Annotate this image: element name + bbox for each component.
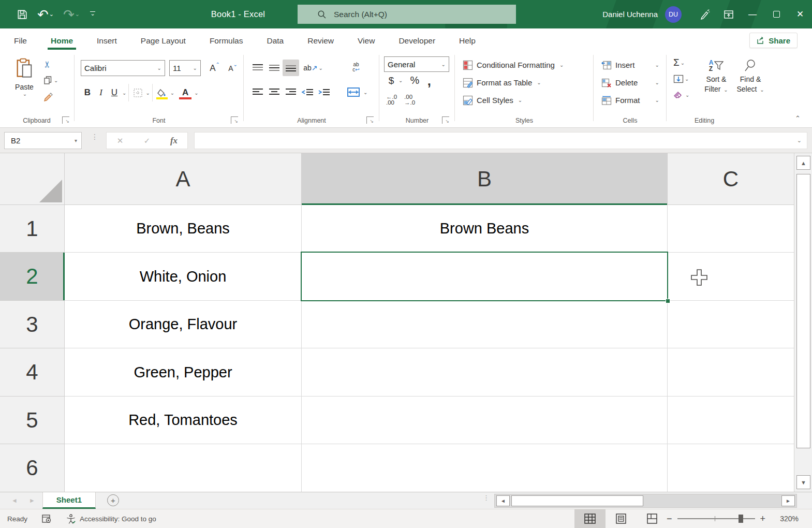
top-align-button[interactable] xyxy=(249,60,266,76)
alignment-dialog-launcher[interactable]: ↘ xyxy=(366,116,374,124)
percent-style-button[interactable]: % xyxy=(407,75,422,86)
cell-A6[interactable] xyxy=(65,444,302,492)
number-dialog-launcher[interactable]: ↘ xyxy=(442,116,449,124)
bottom-align-button[interactable] xyxy=(283,60,299,76)
row-header-4[interactable]: 4 xyxy=(0,348,65,397)
cell-B6[interactable] xyxy=(302,444,668,492)
tab-help[interactable]: Help xyxy=(458,31,477,50)
coming-soon-button[interactable] xyxy=(693,0,717,28)
horizontal-scrollbar[interactable]: ◄ ► xyxy=(494,494,797,508)
italic-button[interactable]: I xyxy=(94,85,108,100)
formula-bar-drag-handle[interactable]: ⋮ xyxy=(91,135,98,139)
cell-A3[interactable]: Orange, Flavour xyxy=(65,301,302,348)
cell-C3[interactable] xyxy=(668,301,794,348)
decrease-indent-button[interactable] xyxy=(299,84,316,100)
decrease-decimal-button[interactable]: .00 →.0 xyxy=(404,94,415,106)
close-button[interactable]: ✕ xyxy=(788,0,812,28)
select-all-button[interactable] xyxy=(0,153,65,205)
tab-home[interactable]: Home xyxy=(50,31,74,50)
format-cells-button[interactable]: Format ⌄ xyxy=(601,92,659,108)
increase-indent-button[interactable] xyxy=(316,84,332,100)
middle-align-button[interactable] xyxy=(266,60,283,76)
avatar[interactable]: DU xyxy=(665,6,682,23)
tab-review[interactable]: Review xyxy=(306,31,335,50)
font-name-combobox[interactable]: Calibri⌄ xyxy=(81,60,165,76)
underline-button[interactable]: U xyxy=(108,85,121,100)
sheetbar-splitter-handle[interactable]: ⋮ xyxy=(483,496,490,500)
cut-button[interactable]: ✂ xyxy=(43,59,51,70)
row-header-5[interactable]: 5 xyxy=(0,397,65,444)
merge-center-dropdown[interactable]: ⌄ xyxy=(363,90,367,95)
cell-A1[interactable]: Brown, Beans xyxy=(65,205,302,253)
cell-A5[interactable]: Red, Tomantoes xyxy=(65,397,302,444)
row-header-3[interactable]: 3 xyxy=(0,301,65,348)
cell-A2[interactable]: White, Onion xyxy=(65,253,302,301)
font-color-dropdown[interactable]: ⌄ xyxy=(194,90,198,96)
customize-quick-access-toolbar-button[interactable]: ⌄ xyxy=(86,4,99,25)
vertical-scrollbar-thumb[interactable] xyxy=(796,174,810,448)
cell-C6[interactable] xyxy=(668,444,794,492)
fill-button[interactable]: ⌄ xyxy=(673,72,689,85)
paste-button[interactable]: Paste ⌄ xyxy=(9,58,39,110)
search-input[interactable]: Search (Alt+Q) xyxy=(298,5,516,24)
wrap-text-button[interactable]: ab c↩ xyxy=(347,57,365,78)
format-as-table-button[interactable]: Format as Table ⌄ xyxy=(463,75,541,91)
undo-button[interactable]: ↶⌄ xyxy=(34,4,57,25)
tab-data[interactable]: Data xyxy=(265,31,285,50)
vertical-scrollbar[interactable]: ▲ ▼ xyxy=(794,153,812,492)
normal-view-button[interactable] xyxy=(574,509,606,528)
cell-B3[interactable] xyxy=(302,301,668,348)
merge-and-center-button[interactable] xyxy=(345,84,362,100)
tab-file[interactable]: File xyxy=(13,31,28,50)
font-dialog-launcher[interactable]: ↘ xyxy=(231,116,238,124)
align-left-button[interactable] xyxy=(249,84,266,100)
scroll-right-button[interactable]: ► xyxy=(781,495,795,506)
sheet-tab-sheet1[interactable]: Sheet1 xyxy=(42,492,96,509)
tab-developer[interactable]: Developer xyxy=(397,31,436,50)
font-size-combobox[interactable]: 11⌄ xyxy=(169,60,201,76)
previous-sheet-button[interactable]: ◄ xyxy=(11,497,18,504)
sort-filter-button[interactable]: AZ Sort & Filter ⌄ xyxy=(700,57,732,95)
borders-button[interactable] xyxy=(131,85,144,100)
collapse-ribbon-button[interactable]: ⌃ xyxy=(795,114,801,122)
fill-color-button[interactable] xyxy=(155,85,169,100)
page-break-preview-button[interactable] xyxy=(637,509,668,528)
accessibility-status[interactable]: Accessibility: Good to go xyxy=(59,509,164,528)
align-center-button[interactable] xyxy=(266,84,283,100)
column-header-B[interactable]: B xyxy=(302,153,668,205)
save-button[interactable] xyxy=(13,4,31,25)
cell-B2[interactable] xyxy=(302,253,668,301)
maximize-button[interactable] xyxy=(764,0,788,28)
cancel-entry-button[interactable]: ✕ xyxy=(107,136,134,145)
cell-C2[interactable] xyxy=(668,253,794,301)
autosum-button[interactable]: Σ ⌄ xyxy=(673,56,689,69)
decrease-font-size-button[interactable]: A⌄ xyxy=(225,60,241,76)
zoom-in-button[interactable]: + xyxy=(760,514,766,524)
next-sheet-button[interactable]: ► xyxy=(29,497,35,504)
copy-button[interactable]: ⌄ xyxy=(43,76,58,85)
cell-B5[interactable] xyxy=(302,397,668,444)
horizontal-scrollbar-thumb[interactable] xyxy=(511,495,643,506)
find-select-button[interactable]: Find & Select ⌄ xyxy=(734,57,766,95)
tab-insert[interactable]: Insert xyxy=(96,31,118,50)
tab-page-layout[interactable]: Page Layout xyxy=(140,31,187,50)
share-button[interactable]: Share xyxy=(749,33,798,48)
conditional-formatting-button[interactable]: Conditional Formatting ⌄ xyxy=(463,57,564,73)
increase-decimal-button[interactable]: ←.0 .00 xyxy=(386,94,397,106)
minimize-button[interactable]: — xyxy=(741,0,764,28)
redo-button[interactable]: ↷⌄ xyxy=(60,4,83,25)
delete-cells-button[interactable]: Delete ⌄ xyxy=(601,75,659,91)
ribbon-display-options-button[interactable] xyxy=(717,0,741,28)
cell-B1[interactable]: Brown Beans xyxy=(302,205,668,253)
zoom-level[interactable]: 320% xyxy=(774,515,799,523)
column-header-C[interactable]: C xyxy=(668,153,794,205)
tab-view[interactable]: View xyxy=(357,31,376,50)
scroll-left-button[interactable]: ◄ xyxy=(496,495,510,506)
enter-entry-button[interactable]: ✓ xyxy=(134,136,160,145)
comma-style-button[interactable]: , xyxy=(423,78,435,83)
fill-color-dropdown[interactable]: ⌄ xyxy=(170,90,174,96)
format-painter-button[interactable] xyxy=(43,92,53,102)
accounting-format-button[interactable]: $ xyxy=(386,75,396,86)
cell-A4[interactable]: Green, Pepper xyxy=(65,348,302,397)
orientation-button[interactable]: ab ↗ ⌄ xyxy=(303,60,323,76)
